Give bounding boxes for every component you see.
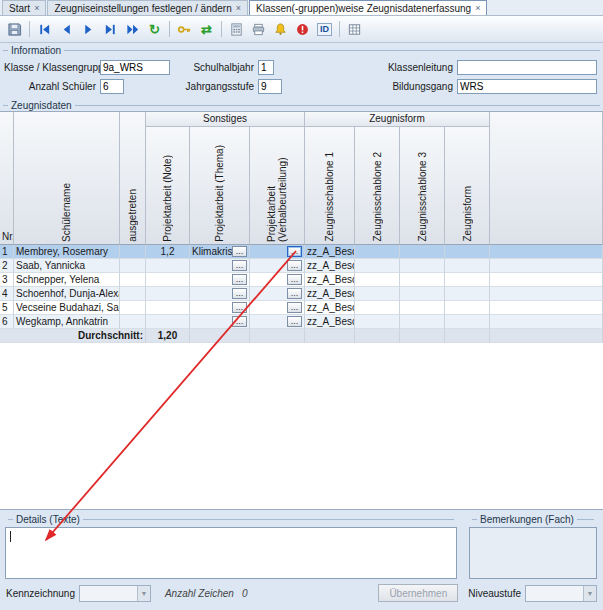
cell-zeugnisschablone1[interactable]: zz_A_Beschei... (305, 245, 355, 259)
transfer-button[interactable]: ⇄ (196, 19, 217, 40)
thema-edit-button[interactable]: ... (232, 316, 247, 327)
cell-projektarbeit-verbal[interactable]: ... (250, 301, 305, 315)
cell-zeugnisschablone1[interactable]: zz_A_Beschei... (305, 301, 355, 315)
cell-projektarbeit-note[interactable] (146, 287, 190, 301)
alert-button[interactable] (292, 19, 313, 40)
grid-button[interactable] (344, 19, 365, 40)
tab-zeugnisdatenerfassung[interactable]: Klassen(-gruppen)weise Zeugnisdatenerfas… (249, 0, 487, 15)
cell-zeugnisschablone3[interactable] (400, 287, 445, 301)
cell-schuelername[interactable]: Vecseine Budahazi, Sarah-C... (14, 301, 120, 315)
cell-projektarbeit-verbal[interactable]: ... (250, 287, 305, 301)
nav-jump-button[interactable] (122, 19, 143, 40)
tab-close-icon[interactable]: × (34, 4, 39, 13)
verbal-edit-button[interactable]: ... (287, 274, 302, 285)
tab-close-icon[interactable]: × (236, 4, 241, 13)
cell-ausgetreten[interactable] (120, 287, 146, 301)
cell-zeugnisschablone3[interactable] (400, 259, 445, 273)
kennzeichnung-select[interactable]: ▼ (79, 585, 151, 602)
thema-edit-button[interactable]: ... (232, 274, 247, 285)
cell-zeugnisschablone2[interactable] (355, 273, 400, 287)
details-textarea[interactable] (6, 528, 456, 578)
verbal-edit-button[interactable]: ... (287, 302, 302, 313)
nav-next-button[interactable] (78, 19, 99, 40)
cell-zeugnisform[interactable] (445, 259, 490, 273)
table-row[interactable]: 1 Membrey, Rosemary 1,2 Klimakrise?... .… (0, 245, 603, 259)
id-button[interactable]: ID (314, 19, 335, 40)
cell-projektarbeit-note[interactable] (146, 301, 190, 315)
klasse-input[interactable] (100, 60, 170, 75)
verbal-edit-button[interactable]: ... (287, 246, 302, 257)
cell-projektarbeit-thema[interactable]: ... (190, 301, 250, 315)
cell-zeugnisschablone1[interactable]: zz_A_Beschei... (305, 315, 355, 329)
cell-projektarbeit-thema[interactable]: Klimakrise?... (190, 245, 250, 259)
cell-projektarbeit-verbal[interactable]: ... (250, 315, 305, 329)
cell-projektarbeit-thema[interactable]: ... (190, 315, 250, 329)
cell-projektarbeit-verbal[interactable]: ... (250, 259, 305, 273)
cell-projektarbeit-note[interactable]: 1,2 (146, 245, 190, 259)
cell-schuelername[interactable]: Schoenhof, Dunja-Alexandra (14, 287, 120, 301)
klassenleitung-input[interactable] (457, 60, 597, 75)
schulhalbjahr-input[interactable] (258, 60, 274, 75)
cell-zeugnisform[interactable] (445, 315, 490, 329)
cell-ausgetreten[interactable] (120, 273, 146, 287)
thema-edit-button[interactable]: ... (232, 246, 247, 257)
cell-schuelername[interactable]: Schnepper, Yelena (14, 273, 120, 287)
cell-projektarbeit-thema[interactable]: ... (190, 259, 250, 273)
verbal-edit-button[interactable]: ... (287, 288, 302, 299)
refresh-button[interactable]: ↻ (144, 19, 165, 40)
thema-edit-button[interactable]: ... (232, 302, 247, 313)
key-button[interactable] (174, 19, 195, 40)
bildungsgang-input[interactable] (457, 79, 597, 94)
cell-projektarbeit-note[interactable] (146, 315, 190, 329)
verbal-edit-button[interactable]: ... (287, 316, 302, 327)
cell-zeugnisschablone1[interactable]: zz_A_Beschei... (305, 273, 355, 287)
cell-ausgetreten[interactable] (120, 301, 146, 315)
cell-projektarbeit-note[interactable] (146, 259, 190, 273)
cell-projektarbeit-note[interactable] (146, 273, 190, 287)
tab-start[interactable]: Start × (2, 0, 46, 15)
tab-zeugniseinstellungen[interactable]: Zeugniseinstellungen festlegen / ändern … (47, 0, 248, 15)
cell-ausgetreten[interactable] (120, 245, 146, 259)
cell-zeugnisschablone2[interactable] (355, 287, 400, 301)
print-button[interactable] (248, 19, 269, 40)
cell-zeugnisschablone1[interactable]: zz_A_Beschei... (305, 259, 355, 273)
cell-zeugnisform[interactable] (445, 273, 490, 287)
cell-schuelername[interactable]: Wegkamp, Annkatrin (14, 315, 120, 329)
niveaustufe-select[interactable]: ▼ (525, 585, 597, 602)
cell-zeugnisschablone2[interactable] (355, 301, 400, 315)
table-row[interactable]: 2 Saab, Yannicka ... ... zz_A_Beschei... (0, 259, 603, 273)
table-row[interactable]: 6 Wegkamp, Annkatrin ... ... zz_A_Besche… (0, 315, 603, 329)
cell-zeugnisschablone3[interactable] (400, 273, 445, 287)
cell-schuelername[interactable]: Membrey, Rosemary (14, 245, 120, 259)
cell-zeugnisschablone3[interactable] (400, 315, 445, 329)
table-row[interactable]: 5 Vecseine Budahazi, Sarah-C... ... ... … (0, 301, 603, 315)
verbal-edit-button[interactable]: ... (287, 260, 302, 271)
cell-zeugnisschablone2[interactable] (355, 245, 400, 259)
uebernehmen-button[interactable]: Übernehmen (378, 584, 458, 602)
cell-zeugnisschablone3[interactable] (400, 245, 445, 259)
table-row[interactable]: 3 Schnepper, Yelena ... ... zz_A_Beschei… (0, 273, 603, 287)
cell-schuelername[interactable]: Saab, Yannicka (14, 259, 120, 273)
cell-zeugnisform[interactable] (445, 301, 490, 315)
jahrgangsstufe-input[interactable] (258, 79, 282, 94)
cell-projektarbeit-verbal[interactable]: ... (250, 245, 305, 259)
cell-projektarbeit-verbal[interactable]: ... (250, 273, 305, 287)
nav-first-button[interactable] (34, 19, 55, 40)
anzahl-schueler-input[interactable] (100, 79, 124, 94)
cell-zeugnisschablone2[interactable] (355, 259, 400, 273)
nav-prev-button[interactable] (56, 19, 77, 40)
table-row[interactable]: 4 Schoenhof, Dunja-Alexandra ... ... zz_… (0, 287, 603, 301)
cell-zeugnisschablone1[interactable]: zz_A_Beschei... (305, 287, 355, 301)
cell-zeugnisform[interactable] (445, 287, 490, 301)
cell-ausgetreten[interactable] (120, 315, 146, 329)
nav-last-button[interactable] (100, 19, 121, 40)
calculator-button[interactable] (226, 19, 247, 40)
thema-edit-button[interactable]: ... (232, 260, 247, 271)
save-button[interactable] (4, 19, 25, 40)
cell-zeugnisschablone3[interactable] (400, 301, 445, 315)
bemerkungen-textarea[interactable] (469, 527, 597, 579)
cell-projektarbeit-thema[interactable]: ... (190, 273, 250, 287)
notification-button[interactable] (270, 19, 291, 40)
cell-zeugnisschablone2[interactable] (355, 315, 400, 329)
thema-edit-button[interactable]: ... (232, 288, 247, 299)
